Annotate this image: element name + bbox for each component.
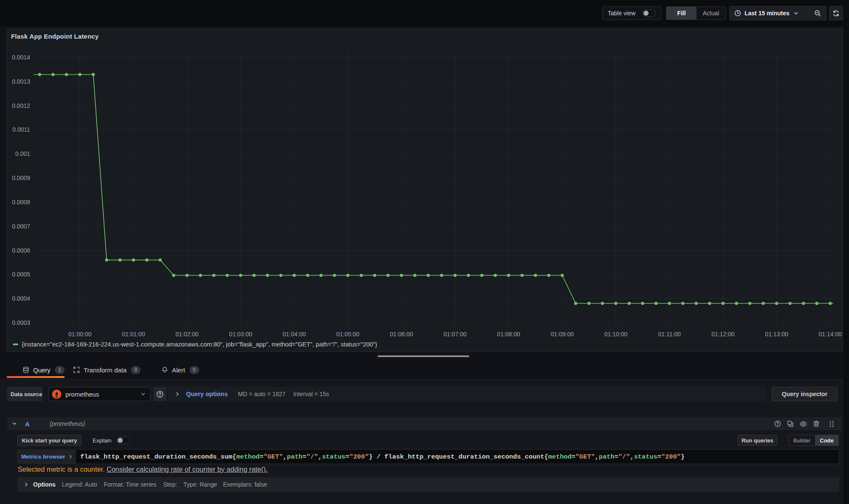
svg-text:01:06:00: 01:06:00	[390, 331, 413, 338]
svg-text:0.0005: 0.0005	[12, 271, 30, 278]
svg-text:01:02:00: 01:02:00	[175, 331, 199, 338]
svg-text:0.0003: 0.0003	[12, 319, 30, 326]
svg-text:01:00:00: 01:00:00	[68, 331, 92, 338]
svg-text:01:11:00: 01:11:00	[658, 331, 681, 338]
svg-text:01:12:00: 01:12:00	[711, 331, 735, 338]
svg-text:0.0014: 0.0014	[12, 54, 30, 61]
svg-text:01:13:00: 01:13:00	[765, 331, 788, 338]
svg-text:01:07:00: 01:07:00	[443, 331, 467, 338]
svg-text:0.0007: 0.0007	[12, 223, 30, 230]
svg-text:01:08:00: 01:08:00	[497, 331, 520, 338]
svg-text:01:03:00: 01:03:00	[229, 331, 252, 338]
svg-text:01:14:00: 01:14:00	[819, 331, 842, 338]
svg-text:0.0004: 0.0004	[12, 295, 30, 302]
svg-text:01:10:00: 01:10:00	[604, 331, 628, 338]
svg-text:01:05:00: 01:05:00	[336, 331, 360, 338]
svg-text:0.0009: 0.0009	[12, 175, 30, 181]
svg-text:0.0006: 0.0006	[12, 247, 30, 254]
svg-text:0.0011: 0.0011	[12, 126, 30, 133]
svg-text:01:09:00: 01:09:00	[551, 331, 574, 338]
svg-text:01:01:00: 01:01:00	[122, 331, 145, 338]
svg-text:01:04:00: 01:04:00	[283, 331, 306, 338]
svg-text:0.0008: 0.0008	[12, 199, 30, 206]
svg-text:0.001: 0.001	[15, 150, 30, 157]
svg-text:0.0012: 0.0012	[12, 102, 30, 109]
svg-text:0.0013: 0.0013	[12, 78, 30, 85]
